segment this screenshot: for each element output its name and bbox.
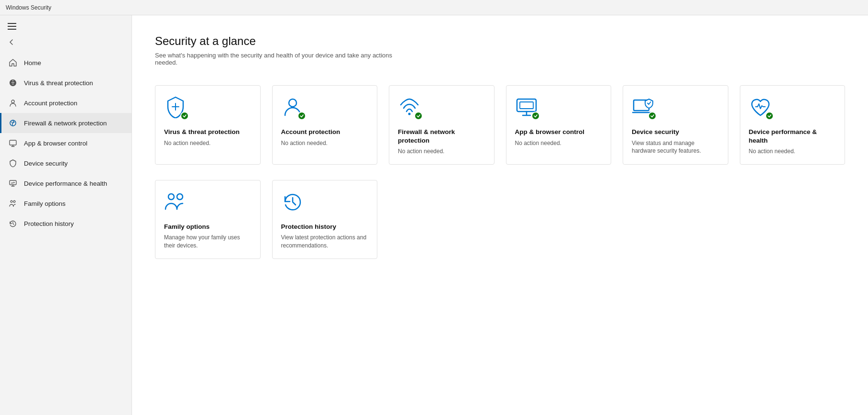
firewall-icon [8, 119, 18, 127]
card-device-security[interactable]: Device security View status and manage h… [623, 85, 728, 165]
page-subtitle: See what's happening with the security a… [155, 52, 394, 66]
card-account-desc: No action needed. [281, 139, 369, 147]
sidebar-item-app-browser[interactable]: App & browser control [0, 133, 132, 153]
card-firewall[interactable]: Firewall & network protection No action … [389, 85, 494, 165]
check-badge-device-perf [765, 112, 774, 120]
check-badge-app-browser [531, 112, 540, 120]
checkmark-icon [182, 113, 187, 118]
sidebar: Home Virus & threat protection [0, 15, 132, 415]
family-icon [8, 199, 18, 208]
svg-point-7 [11, 201, 12, 202]
sidebar-item-family[interactable]: Family options [0, 193, 132, 213]
title-bar: Windows Security [0, 0, 868, 15]
card-virus-icon-wrap [164, 95, 189, 120]
hamburger-icon [8, 22, 16, 31]
sidebar-item-virus[interactable]: Virus & threat protection [0, 73, 132, 93]
hamburger-button[interactable] [0, 17, 132, 35]
account-icon [8, 99, 18, 107]
svg-point-14 [168, 194, 174, 200]
card-history-icon-wrap [281, 190, 306, 215]
sidebar-item-home-label: Home [24, 59, 41, 67]
svg-point-10 [408, 113, 411, 115]
sidebar-item-device-perf[interactable]: Device performance & health [0, 173, 132, 193]
card-history-title: Protection history [281, 223, 369, 231]
svg-point-3 [11, 100, 14, 103]
card-device-security-desc: View status and manage hardware security… [632, 139, 719, 156]
check-badge-account [297, 112, 306, 120]
device-perf-icon [8, 179, 18, 188]
card-device-security-icon-wrap [632, 95, 657, 120]
card-firewall-title: Firewall & network protection [398, 128, 485, 145]
card-virus-desc: No action needed. [164, 139, 252, 147]
sidebar-item-device-security[interactable]: Device security [0, 153, 132, 173]
card-device-perf-desc: No action needed. [749, 147, 836, 156]
sidebar-item-account-label: Account protection [24, 100, 77, 107]
home-icon [8, 58, 18, 67]
svg-rect-6 [10, 180, 16, 185]
sidebar-item-home[interactable]: Home [0, 53, 132, 73]
sidebar-item-history[interactable]: Protection history [0, 213, 132, 234]
app-title: Windows Security [6, 4, 51, 11]
card-firewall-icon-wrap [398, 95, 423, 120]
card-device-perf-title: Device performance & health [749, 128, 836, 145]
sidebar-item-firewall-label: Firewall & network protection [24, 120, 107, 127]
card-family-icon-wrap [164, 190, 189, 215]
card-app-browser-title: App & browser control [515, 128, 603, 136]
svg-rect-12 [520, 102, 533, 109]
cards-row-2: Family options Manage how your family us… [155, 180, 845, 259]
check-badge-virus [180, 112, 189, 120]
card-family[interactable]: Family options Manage how your family us… [155, 180, 261, 259]
main-content: Security at a glance See what's happenin… [132, 15, 868, 415]
card-device-perf[interactable]: Device performance & health No action ne… [740, 85, 846, 165]
card-device-security-title: Device security [632, 128, 719, 136]
card-firewall-desc: No action needed. [398, 147, 485, 156]
card-account-icon-wrap [281, 95, 306, 120]
card-app-browser-desc: No action needed. [515, 139, 603, 147]
card-app-browser-icon-wrap [515, 95, 540, 120]
svg-rect-0 [8, 23, 16, 24]
svg-point-15 [177, 194, 183, 200]
app-body: Home Virus & threat protection [0, 15, 868, 415]
sidebar-item-firewall[interactable]: Firewall & network protection [0, 113, 132, 133]
svg-rect-2 [8, 29, 16, 30]
sidebar-item-account[interactable]: Account protection [0, 93, 132, 113]
sidebar-item-device-security-label: Device security [24, 160, 68, 167]
svg-point-8 [13, 201, 15, 202]
sidebar-item-history-label: Protection history [24, 220, 74, 227]
sidebar-nav: Home Virus & threat protection [0, 53, 132, 234]
svg-rect-5 [10, 140, 16, 145]
card-history[interactable]: Protection history View latest protectio… [272, 180, 378, 259]
sidebar-item-family-label: Family options [24, 200, 66, 207]
sidebar-item-device-perf-label: Device performance & health [24, 180, 107, 187]
virus-icon [8, 79, 18, 87]
page-title: Security at a glance [155, 34, 845, 48]
card-device-perf-icon-wrap [749, 95, 774, 120]
card-app-browser[interactable]: App & browser control No action needed. [506, 85, 612, 165]
card-family-desc: Manage how your family uses their device… [164, 234, 252, 250]
sidebar-item-virus-label: Virus & threat protection [24, 79, 93, 87]
card-account-title: Account protection [281, 128, 369, 136]
card-family-title: Family options [164, 223, 252, 231]
app-browser-icon [8, 139, 18, 147]
back-button[interactable] [0, 35, 132, 49]
device-security-icon [8, 159, 18, 168]
family-group-icon [164, 190, 187, 213]
card-virus-title: Virus & threat protection [164, 128, 252, 136]
history-icon [8, 219, 18, 228]
svg-rect-1 [8, 26, 16, 27]
card-history-desc: View latest protection actions and recom… [281, 234, 369, 250]
svg-point-9 [289, 99, 297, 107]
check-badge-device-security [648, 112, 657, 120]
card-virus[interactable]: Virus & threat protection No action need… [155, 85, 261, 165]
clock-history-icon [281, 190, 304, 213]
check-badge-firewall [414, 112, 423, 120]
sidebar-item-app-browser-label: App & browser control [24, 140, 88, 147]
cards-row-1: Virus & threat protection No action need… [155, 85, 845, 165]
card-account[interactable]: Account protection No action needed. [272, 85, 378, 165]
back-icon [8, 38, 15, 46]
